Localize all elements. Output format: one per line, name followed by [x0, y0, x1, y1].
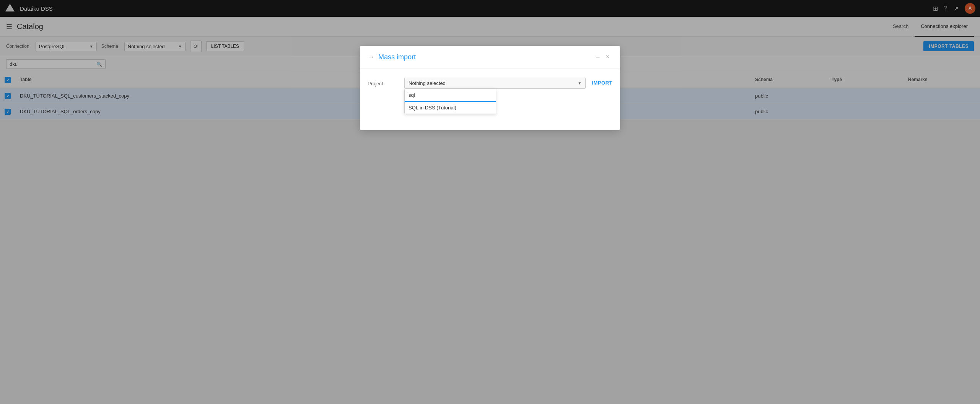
project-chevron-icon: ▼: [578, 81, 582, 85]
mass-import-modal: → Mass import – × Project Nothing select…: [360, 46, 620, 120]
project-dropdown: SQL in DSS (Tutorial): [404, 89, 496, 114]
project-value: Nothing selected: [409, 80, 578, 86]
project-search-input[interactable]: [405, 89, 496, 102]
project-select[interactable]: Nothing selected ▼: [404, 78, 586, 89]
modal-header: → Mass import – ×: [360, 46, 620, 68]
modal-overlay: → Mass import – × Project Nothing select…: [0, 0, 980, 120]
modal-arrow-icon: →: [368, 53, 374, 61]
modal-minimize-button[interactable]: –: [593, 52, 603, 62]
project-row: Project Nothing selected ▼ SQL in DSS (T…: [368, 78, 612, 89]
dropdown-item-sql-tutorial[interactable]: SQL in DSS (Tutorial): [405, 102, 496, 114]
project-label: Project: [368, 78, 398, 86]
project-field-col: Nothing selected ▼ SQL in DSS (Tutorial): [404, 78, 586, 89]
modal-close-button[interactable]: ×: [603, 52, 612, 62]
import-button[interactable]: IMPORT: [592, 78, 612, 88]
modal-title: Mass import: [378, 53, 593, 61]
modal-body: Project Nothing selected ▼ SQL in DSS (T…: [360, 68, 620, 104]
